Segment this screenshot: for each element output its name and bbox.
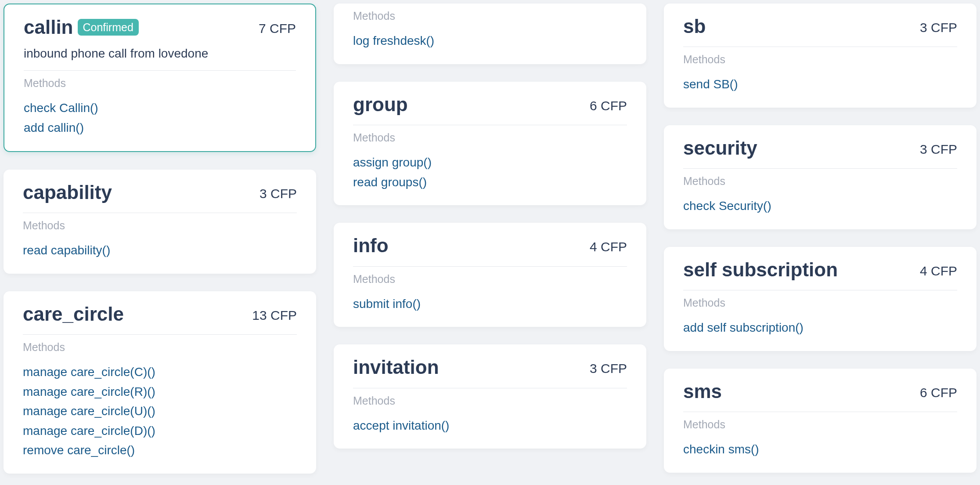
divider [23,213,297,213]
title-row: callinConfirmed [24,17,139,38]
methods-list: accept invitation() [353,417,627,435]
divider [353,388,627,388]
card-callin[interactable]: callinConfirmed7 CFPinbound phone call f… [4,4,316,152]
card-header: self subscription4 CFP [683,259,957,280]
card-header: invitation3 CFP [353,357,627,378]
methods-label: Methods [24,77,296,90]
card-title: capability [23,182,112,203]
cfp-value: 3 CFP [920,16,957,35]
cfp-number: 3 [920,20,927,35]
cards-grid: callinConfirmed7 CFPinbound phone call f… [4,4,976,481]
cfp-suffix: CFP [270,308,297,322]
title-row: self subscription [683,259,838,280]
card-care_circle[interactable]: care_circle13 CFPMethodsmanage care_circ… [4,291,316,474]
method-link[interactable]: send SB() [683,76,957,94]
cfp-value: 6 CFP [590,94,627,113]
divider [683,412,957,412]
divider [683,168,957,169]
cfp-number: 6 [920,385,927,400]
cfp-value: 4 CFP [920,259,957,279]
method-link[interactable]: add self subscription() [683,319,957,337]
card-capability[interactable]: capability3 CFPMethodsread capability() [4,170,316,274]
title-row: sms [683,381,722,402]
method-link[interactable]: remove care_circle() [23,442,297,460]
method-link[interactable]: submit info() [353,295,627,313]
method-link[interactable]: read capability() [23,242,297,260]
cfp-value: 3 CFP [259,182,297,201]
methods-label: Methods [23,219,297,232]
cfp-number: 4 [920,264,927,278]
methods-label: Methods [353,395,627,407]
methods-list: submit info() [353,295,627,313]
divider [353,125,627,125]
divider [683,47,957,47]
cfp-value: 6 CFP [920,381,957,400]
methods-label: Methods [353,131,627,144]
methods-list: send SB() [683,76,957,94]
method-link[interactable]: check Callin() [24,99,296,117]
cfp-value: 7 CFP [259,17,296,36]
method-link[interactable]: log freshdesk() [353,32,627,50]
card-partial[interactable]: Methodslog freshdesk() [334,4,646,64]
method-link[interactable]: manage care_circle(C)() [23,363,297,381]
card-title: sb [683,16,706,37]
cfp-number: 4 [590,239,597,254]
methods-list: checkin sms() [683,441,957,459]
card-invitation[interactable]: invitation3 CFPMethodsaccept invitation(… [334,344,646,449]
cfp-value: 13 CFP [252,304,297,323]
card-title: invitation [353,357,439,378]
card-sb[interactable]: sb3 CFPMethodssend SB() [664,4,976,108]
methods-label: Methods [683,53,957,66]
column-0: callinConfirmed7 CFPinbound phone call f… [4,4,316,481]
cfp-value: 4 CFP [590,235,627,254]
methods-list: manage care_circle(C)()manage care_circl… [23,363,297,460]
methods-list: add self subscription() [683,319,957,337]
cfp-number: 3 [590,361,597,376]
card-self subscription[interactable]: self subscription4 CFPMethodsadd self su… [664,247,976,351]
methods-list: check Security() [683,197,957,215]
method-link[interactable]: add callin() [24,119,296,137]
method-link[interactable]: checkin sms() [683,441,957,459]
card-header: security3 CFP [683,138,957,159]
column-1: Methodslog freshdesk()group6 CFPMethodsa… [334,4,646,481]
method-link[interactable]: accept invitation() [353,417,627,435]
divider [683,290,957,290]
cfp-number: 3 [920,142,927,156]
card-header: capability3 CFP [23,182,297,203]
method-link[interactable]: check Security() [683,197,957,215]
methods-label: Methods [23,341,297,354]
title-row: group [353,94,408,115]
card-group[interactable]: group6 CFPMethodsassign group()read grou… [334,82,646,206]
method-link[interactable]: assign group() [353,154,627,172]
card-info[interactable]: info4 CFPMethodssubmit info() [334,223,646,327]
method-link[interactable]: manage care_circle(U)() [23,402,297,420]
method-link[interactable]: manage care_circle(D)() [23,422,297,440]
card-title: callin [24,17,73,38]
title-row: sb [683,16,706,37]
card-title: group [353,94,408,115]
column-2: sb3 CFPMethodssend SB()security3 CFPMeth… [664,4,976,481]
divider [353,266,627,267]
methods-label: Methods [683,297,957,309]
card-title: care_circle [23,304,124,325]
title-row: capability [23,182,112,203]
card-security[interactable]: security3 CFPMethodscheck Security() [664,125,976,229]
methods-list: read capability() [23,242,297,260]
methods-list: assign group()read groups() [353,154,627,191]
title-row: care_circle [23,304,124,325]
card-title: info [353,235,389,256]
card-header: group6 CFP [353,94,627,115]
cfp-suffix: CFP [931,142,957,156]
cfp-suffix: CFP [931,20,957,35]
cfp-suffix: CFP [931,264,957,278]
card-header: callinConfirmed7 CFP [24,17,296,38]
method-link[interactable]: read groups() [353,174,627,192]
card-sms[interactable]: sms6 CFPMethodscheckin sms() [664,369,976,473]
title-row: invitation [353,357,439,378]
cfp-number: 13 [252,308,267,322]
title-row: security [683,138,757,159]
method-link[interactable]: manage care_circle(R)() [23,383,297,401]
card-header: care_circle13 CFP [23,304,297,325]
divider [23,334,297,335]
divider [24,70,296,71]
